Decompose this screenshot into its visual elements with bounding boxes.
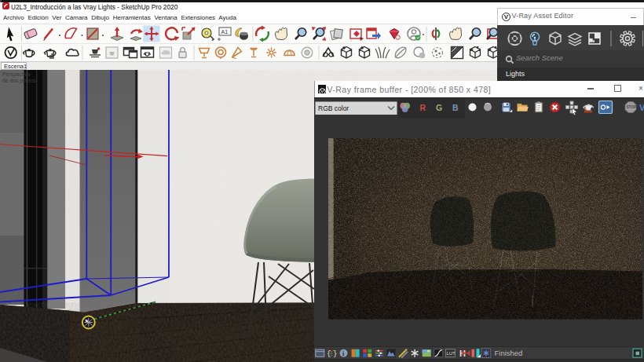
svg-text:Perspectiva: Perspectiva — [2, 71, 31, 78]
svg-text:STOP: STOP — [626, 105, 635, 109]
svg-text:B: B — [452, 103, 459, 112]
svg-text:}: } — [333, 350, 337, 358]
svg-text:A1: A1 — [221, 29, 229, 35]
svg-text:G: G — [436, 103, 442, 112]
svg-text:RGB color: RGB color — [318, 104, 349, 112]
svg-text:R: R — [420, 103, 426, 112]
svg-text:LUT: LUT — [446, 351, 456, 356]
svg-text:de dos puntos: de dos puntos — [2, 78, 36, 84]
svg-text:V: V — [639, 103, 644, 112]
svg-text:Finished: Finished — [495, 349, 523, 357]
